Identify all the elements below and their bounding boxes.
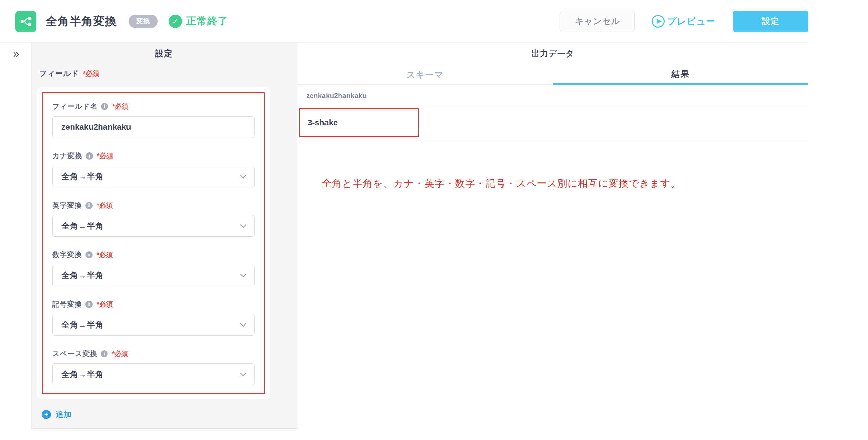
- info-icon[interactable]: i: [101, 103, 108, 110]
- symbol-conversion-label: 記号変換: [52, 299, 82, 309]
- info-icon[interactable]: i: [85, 202, 93, 209]
- chevron-down-icon: [240, 172, 246, 178]
- kana-conversion-select[interactable]: 全角→半角: [52, 166, 255, 187]
- select-value: 全角→半角: [61, 171, 104, 182]
- field-group-kana: カナ変換 i *必須 全角→半角: [52, 151, 255, 187]
- highlight-red-box: 3-shake: [299, 108, 419, 137]
- digit-conversion-select[interactable]: 全角→半角: [52, 265, 255, 286]
- select-value: 全角→半角: [61, 369, 104, 380]
- cancel-button[interactable]: キャンセル: [560, 11, 635, 32]
- field-group-space: スペース変換 i *必須 全角→半角: [52, 349, 255, 385]
- field-section-label: フィールド: [39, 68, 79, 79]
- status-text: 正常終了: [186, 14, 228, 28]
- header-bar: 全角半角変換 変換 ✓ 正常終了 キャンセル プレビュー 設定: [0, 0, 808, 43]
- status-badge: ✓ 正常終了: [169, 14, 228, 28]
- output-panel-title: 出力データ: [297, 43, 808, 59]
- preview-button[interactable]: プレビュー: [652, 15, 715, 28]
- plus-icon: +: [42, 410, 51, 419]
- required-badge: *必須: [97, 250, 113, 259]
- header-actions: キャンセル プレビュー 設定: [560, 11, 808, 32]
- alpha-conversion-label: 英字変換: [52, 201, 82, 210]
- app-page: 全角半角変換 変換 ✓ 正常終了 キャンセル プレビュー 設定 » 設定 フィー…: [0, 0, 868, 440]
- required-badge: *必須: [112, 102, 129, 111]
- kana-conversion-label: カナ変換: [52, 151, 82, 161]
- info-icon[interactable]: i: [86, 152, 93, 160]
- field-group-alpha: 英字変換 i *必須 全角→半角: [52, 201, 255, 237]
- info-icon[interactable]: i: [85, 251, 93, 258]
- required-badge: *必須: [97, 300, 113, 309]
- check-icon: ✓: [169, 15, 182, 28]
- chevron-down-icon: [240, 222, 246, 228]
- select-value: 全角→半角: [61, 221, 104, 231]
- add-field-label: 追加: [56, 409, 72, 420]
- field-section-header: フィールド *必須: [39, 68, 297, 79]
- digit-conversion-label: 数字変換: [52, 250, 82, 259]
- chevron-down-icon: [240, 320, 246, 327]
- output-tabbar: スキーマ 結果: [297, 65, 808, 85]
- alpha-conversion-select[interactable]: 全角→半角: [52, 215, 255, 237]
- settings-panel-title: 設定: [31, 43, 297, 59]
- result-table-row: 3-shake: [297, 108, 808, 140]
- required-badge: *必須: [97, 201, 113, 210]
- settings-panel: 設定 フィールド *必須 フィールド名 i *必須 カナ変換: [31, 43, 297, 429]
- field-group-digit: 数字変換 i *必須 全角→半角: [52, 250, 255, 286]
- field-name-input[interactable]: [52, 116, 255, 138]
- collapse-panel-icon[interactable]: »: [13, 47, 31, 59]
- symbol-conversion-select[interactable]: 全角→半角: [52, 314, 255, 336]
- required-badge: *必須: [112, 349, 128, 358]
- field-group-symbol: 記号変換 i *必須 全角→半角: [52, 300, 255, 336]
- tab-result[interactable]: 結果: [553, 65, 809, 85]
- field-group-name: フィールド名 i *必須: [52, 102, 255, 138]
- select-value: 全角→半角: [61, 270, 104, 281]
- space-conversion-label: スペース変換: [52, 349, 97, 358]
- info-icon[interactable]: i: [101, 350, 108, 357]
- play-icon: [652, 15, 665, 28]
- highlight-red-box: フィールド名 i *必須 カナ変換 i *必須 全角→半角: [42, 92, 265, 394]
- required-badge: *必須: [83, 69, 99, 78]
- info-icon[interactable]: i: [85, 301, 93, 308]
- chevron-down-icon: [240, 271, 246, 277]
- transform-node-icon: [15, 11, 36, 32]
- field-name-label: フィールド名: [52, 102, 98, 111]
- chevron-down-icon: [240, 370, 246, 376]
- required-badge: *必須: [97, 151, 113, 161]
- output-panel: 出力データ スキーマ 結果 zenkaku2hankaku 3-shake 全角…: [297, 43, 808, 440]
- field-card: フィールド名 i *必須 カナ変換 i *必須 全角→半角: [37, 87, 270, 399]
- page-title: 全角半角変換: [46, 14, 117, 29]
- column-header: zenkaku2hankaku: [306, 92, 367, 100]
- add-field-button[interactable]: + 追加: [42, 409, 297, 420]
- type-badge: 変換: [129, 15, 158, 28]
- result-table-header-row: zenkaku2hankaku: [297, 85, 808, 107]
- description-annotation: 全角と半角を、カナ・英字・数字・記号・スペース別に相互に変換できます。: [322, 177, 808, 190]
- space-conversion-select[interactable]: 全角→半角: [52, 363, 255, 385]
- result-cell-value: 3-shake: [308, 118, 338, 127]
- settings-button[interactable]: 設定: [733, 11, 808, 32]
- collapse-strip: »: [0, 43, 31, 429]
- tab-schema[interactable]: スキーマ: [297, 65, 553, 85]
- select-value: 全角→半角: [61, 319, 104, 330]
- preview-label: プレビュー: [667, 15, 715, 27]
